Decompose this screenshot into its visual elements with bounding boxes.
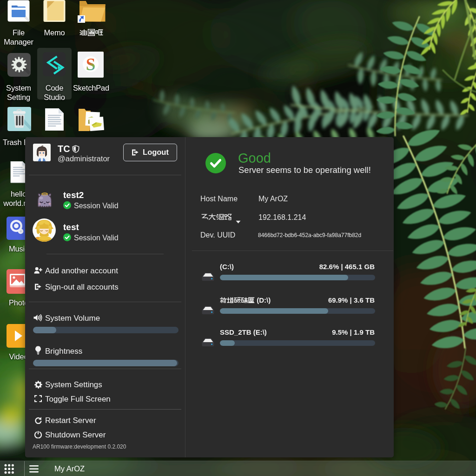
svg-text:S: S <box>86 55 96 74</box>
